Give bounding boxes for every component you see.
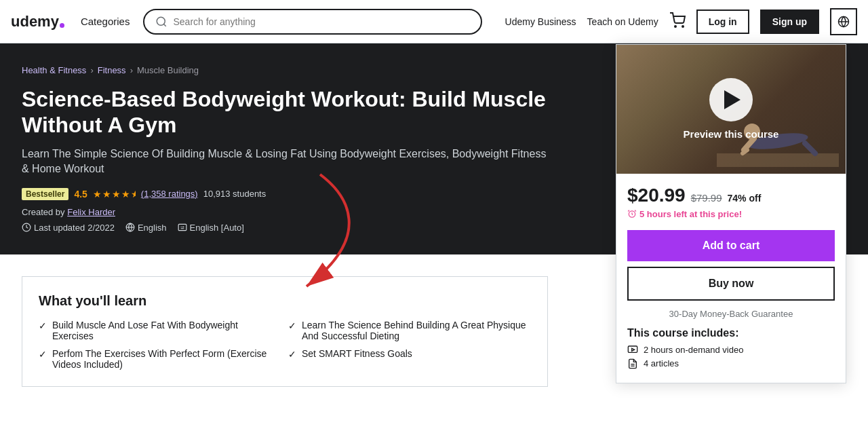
star-1: ★ bbox=[93, 189, 102, 200]
video-icon bbox=[627, 345, 638, 356]
includes-articles-text: 4 articles bbox=[644, 358, 679, 368]
last-updated-label: Last updated bbox=[34, 223, 85, 233]
teach-link[interactable]: Teach on Udemy bbox=[587, 16, 658, 27]
learn-item-1-text: Perfom The Exercises With Perfect Form (… bbox=[52, 348, 281, 370]
includes-video: 2 hours on-demand video bbox=[627, 345, 835, 356]
star-4: ★ bbox=[121, 189, 130, 200]
breadcrumb-muscle: Muscle Building bbox=[137, 65, 199, 75]
svg-point-0 bbox=[157, 17, 165, 25]
search-input[interactable] bbox=[173, 16, 470, 27]
svg-line-18 bbox=[635, 210, 636, 212]
star-3: ★ bbox=[112, 189, 121, 200]
includes-video-text: 2 hours on-demand video bbox=[644, 345, 743, 355]
language-value: English bbox=[138, 223, 167, 233]
card-body: $20.99 $79.99 74% off 5 hours left at th… bbox=[616, 174, 846, 383]
learn-item-0: ✓ Build Muscle And Lose Fat With Bodywei… bbox=[39, 320, 281, 341]
breadcrumb-sep2: › bbox=[130, 65, 133, 75]
add-to-cart-button[interactable]: Add to cart bbox=[627, 230, 835, 261]
clock-icon bbox=[22, 223, 31, 232]
nav-links: Udemy Business Teach on Udemy Log in Sig… bbox=[505, 8, 857, 35]
course-subtitle: Learn The Simple Science Of Building Mus… bbox=[22, 147, 548, 177]
discount-label: 74% off bbox=[728, 193, 762, 204]
preview-overlay: Preview this course bbox=[616, 45, 846, 174]
learn-item-2-text: Learn The Science Behind Building A Grea… bbox=[302, 320, 531, 341]
ratings-link[interactable]: (1,358 ratings) bbox=[141, 189, 198, 199]
content-area: What you'll learn ✓ Build Muscle And Los… bbox=[0, 254, 570, 425]
last-updated-value: 2/2022 bbox=[87, 223, 115, 233]
students-count: 10,913 students bbox=[203, 189, 267, 199]
learn-title: What you'll learn bbox=[39, 293, 531, 309]
logo-icon bbox=[60, 23, 64, 28]
learn-item-0-text: Build Muscle And Lose Fat With Bodyweigh… bbox=[52, 320, 281, 341]
article-icon bbox=[627, 358, 638, 369]
creator-link[interactable]: Felix Harder bbox=[67, 207, 115, 217]
captions-item: English [Auto] bbox=[178, 223, 244, 233]
check-icon-1: ✓ bbox=[39, 349, 47, 360]
course-preview[interactable]: Preview this course bbox=[616, 45, 846, 174]
timer-row: 5 hours left at this price! bbox=[627, 209, 835, 219]
check-icon-0: ✓ bbox=[39, 320, 47, 331]
guarantee-text: 30-Day Money-Back Guarantee bbox=[627, 309, 835, 319]
main-layout: Preview this course $20.99 $79.99 74% of… bbox=[0, 254, 868, 425]
breadcrumb-health[interactable]: Health & Fitness bbox=[22, 65, 86, 75]
hero-inner: Health & Fitness › Fitness › Muscle Buil… bbox=[0, 65, 570, 233]
price-row: $20.99 $79.99 74% off bbox=[627, 185, 835, 206]
buy-now-button[interactable]: Buy now bbox=[627, 267, 835, 301]
navbar: udemy Categories Udemy Business Teach on… bbox=[0, 0, 868, 43]
star-2: ★ bbox=[102, 189, 111, 200]
learn-section: What you'll learn ✓ Build Muscle And Los… bbox=[22, 276, 548, 387]
logo[interactable]: udemy bbox=[11, 13, 64, 31]
breadcrumb-fitness[interactable]: Fitness bbox=[98, 65, 126, 75]
language-button[interactable] bbox=[830, 8, 857, 35]
sidebar-card: Preview this course $20.99 $79.99 74% of… bbox=[616, 44, 846, 383]
preview-text: Preview this course bbox=[684, 128, 779, 140]
creator-prefix: Created by bbox=[22, 207, 65, 217]
globe-icon bbox=[837, 16, 850, 28]
svg-point-2 bbox=[675, 26, 676, 27]
rating-number: 4.5 bbox=[74, 189, 87, 200]
alarm-icon bbox=[627, 209, 637, 219]
last-updated-item: Last updated 2/2022 bbox=[22, 223, 115, 233]
learn-item-3-text: Set SMART Fitness Goals bbox=[302, 348, 412, 359]
breadcrumb-sep1: › bbox=[90, 65, 93, 75]
check-icon-3: ✓ bbox=[288, 349, 296, 360]
search-icon bbox=[155, 16, 167, 28]
login-button[interactable]: Log in bbox=[696, 10, 749, 34]
categories-button[interactable]: Categories bbox=[75, 13, 136, 30]
learn-item-1: ✓ Perfom The Exercises With Perfect Form… bbox=[39, 348, 281, 370]
cc-icon bbox=[178, 223, 187, 232]
business-link[interactable]: Udemy Business bbox=[505, 16, 576, 27]
current-price: $20.99 bbox=[627, 185, 686, 206]
learn-grid: ✓ Build Muscle And Lose Fat With Bodywei… bbox=[39, 320, 531, 370]
timer-text: 5 hours left at this price! bbox=[639, 209, 742, 219]
includes-articles: 4 articles bbox=[627, 358, 835, 369]
captions-value: English [Auto] bbox=[190, 223, 244, 233]
play-triangle-icon bbox=[724, 90, 741, 109]
svg-line-1 bbox=[164, 24, 166, 26]
signup-button[interactable]: Sign up bbox=[760, 10, 819, 34]
play-button[interactable] bbox=[709, 78, 753, 121]
check-icon-2: ✓ bbox=[288, 320, 296, 331]
learn-item-3: ✓ Set SMART Fitness Goals bbox=[288, 348, 531, 370]
includes-title: This course includes: bbox=[627, 327, 835, 339]
learn-item-2: ✓ Learn The Science Behind Building A Gr… bbox=[288, 320, 531, 341]
star-half: ★ bbox=[131, 189, 136, 200]
language-item: English bbox=[125, 223, 167, 233]
cart-button[interactable] bbox=[669, 12, 686, 31]
svg-marker-20 bbox=[632, 348, 635, 351]
ratings-row: Bestseller 4.5 ★ ★ ★ ★ ★ (1,358 ratings)… bbox=[22, 188, 548, 200]
star-rating: ★ ★ ★ ★ ★ bbox=[93, 189, 136, 200]
breadcrumb: Health & Fitness › Fitness › Muscle Buil… bbox=[22, 65, 548, 75]
creator-row: Created by Felix Harder bbox=[22, 207, 548, 217]
logo-text: udemy bbox=[11, 13, 59, 31]
search-bar bbox=[143, 9, 482, 35]
meta-row: Last updated 2/2022 English bbox=[22, 223, 548, 233]
original-price: $79.99 bbox=[691, 192, 722, 204]
svg-line-17 bbox=[628, 210, 629, 212]
bestseller-badge: Bestseller bbox=[22, 188, 68, 200]
globe-small-icon bbox=[125, 223, 135, 232]
course-title: Science-Based Bodyweight Workout: Build … bbox=[22, 86, 548, 138]
svg-point-3 bbox=[682, 26, 684, 27]
